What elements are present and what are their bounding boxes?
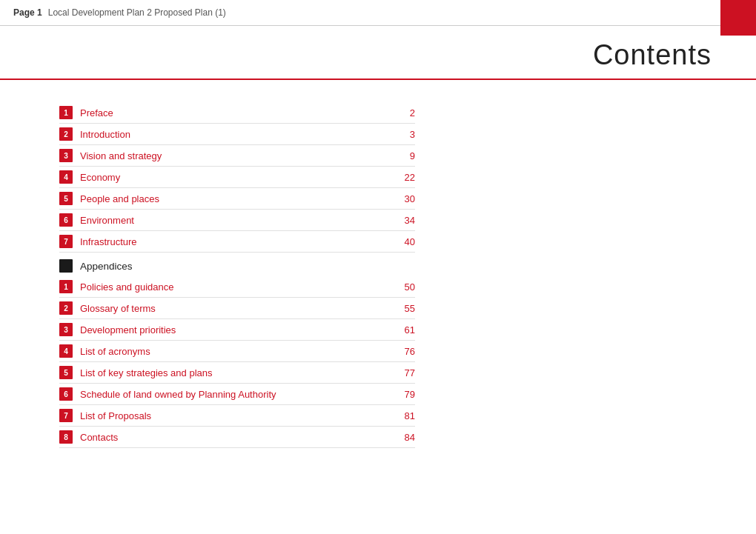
toc-item-page: 61	[393, 324, 415, 336]
toc-item-page: 9	[393, 150, 415, 161]
toc-item-page: 30	[393, 193, 415, 204]
table-row[interactable]: 7List of Proposals81	[59, 405, 415, 427]
document-title: Local Development Plan 2 Proposed Plan (…	[48, 7, 226, 18]
appendices-label: Appendices	[80, 261, 415, 272]
table-row[interactable]: 3Development priorities61	[59, 319, 415, 341]
appendices-header-row: Appendices	[59, 256, 415, 276]
table-row[interactable]: 7Infrastructure40	[59, 231, 415, 253]
table-row[interactable]: 4List of acronyms76	[59, 341, 415, 362]
toc-badge: 5	[59, 366, 73, 379]
page-number-label: Page 1	[13, 7, 42, 18]
toc-badge: 8	[59, 430, 73, 444]
toc-badge: 7	[59, 235, 73, 248]
toc-item-page: 22	[393, 172, 415, 183]
toc-item-page: 3	[393, 129, 415, 140]
table-row[interactable]: 3Vision and strategy9	[59, 145, 415, 167]
toc-badge: 3	[59, 323, 73, 336]
toc-item-label: Introduction	[80, 129, 393, 140]
toc-badge: 6	[59, 387, 73, 401]
contents-title-area: Contents	[0, 26, 756, 80]
table-row[interactable]: 8Contacts84	[59, 427, 415, 448]
toc-item-label: Environment	[80, 215, 393, 226]
toc-badge: 3	[59, 149, 73, 162]
table-row[interactable]: 2Introduction3	[59, 124, 415, 145]
toc-item-label: Schedule of land owned by Planning Autho…	[80, 389, 393, 400]
page-number: 1	[37, 7, 42, 18]
appendices-badge	[59, 259, 73, 273]
toc-item-label: Infrastructure	[80, 236, 393, 247]
toc-badge: 2	[59, 301, 73, 315]
toc-badge: 2	[59, 127, 73, 141]
toc-item-label: Preface	[80, 107, 393, 119]
toc-item-page: 77	[393, 367, 415, 378]
page-header: Page 1 Local Development Plan 2 Proposed…	[0, 0, 756, 26]
toc-badge: 5	[59, 192, 73, 205]
toc-item-page: 84	[393, 432, 415, 443]
toc-item-label: List of key strategies and plans	[80, 367, 393, 378]
table-row[interactable]: 5People and places30	[59, 188, 415, 210]
toc-item-label: Economy	[80, 172, 393, 183]
toc-item-label: Contacts	[80, 432, 393, 443]
toc-item-label: Development priorities	[80, 324, 393, 336]
toc-table: 1Preface22Introduction33Vision and strat…	[59, 102, 415, 448]
toc-item-page: 2	[393, 107, 415, 119]
toc-item-label: List of Proposals	[80, 410, 393, 421]
toc-item-page: 79	[393, 389, 415, 400]
toc-item-page: 50	[393, 281, 415, 293]
red-corner-decoration	[720, 0, 756, 36]
toc-item-page: 76	[393, 346, 415, 357]
main-content: 1Preface22Introduction33Vision and strat…	[0, 87, 756, 463]
toc-badge: 6	[59, 213, 73, 227]
toc-item-label: People and places	[80, 193, 393, 204]
toc-item-page: 40	[393, 236, 415, 247]
toc-item-label: Glossary of terms	[80, 303, 393, 314]
table-row[interactable]: 1Preface2	[59, 102, 415, 124]
toc-item-label: Vision and strategy	[80, 150, 393, 161]
contents-title: Contents	[593, 39, 712, 71]
toc-badge: 7	[59, 409, 73, 422]
table-row[interactable]: 6Schedule of land owned by Planning Auth…	[59, 384, 415, 405]
toc-item-page: 34	[393, 215, 415, 226]
table-row[interactable]: 5List of key strategies and plans77	[59, 362, 415, 384]
toc-item-page: 55	[393, 303, 415, 314]
page-label: Page	[13, 7, 35, 18]
toc-item-label: Policies and guidance	[80, 281, 393, 293]
toc-item-page: 81	[393, 410, 415, 421]
toc-badge: 4	[59, 170, 73, 184]
toc-badge: 4	[59, 344, 73, 358]
table-row[interactable]: 4Economy22	[59, 167, 415, 188]
table-row[interactable]: 2Glossary of terms55	[59, 298, 415, 319]
toc-badge: 1	[59, 280, 73, 293]
toc-item-label: List of acronyms	[80, 346, 393, 357]
toc-badge: 1	[59, 106, 73, 119]
table-row[interactable]: 6Environment34	[59, 210, 415, 231]
table-row[interactable]: 1Policies and guidance50	[59, 276, 415, 298]
